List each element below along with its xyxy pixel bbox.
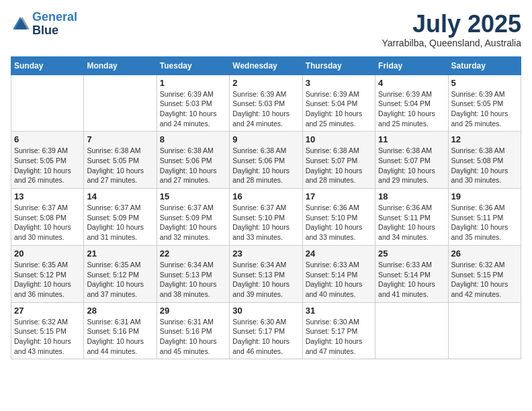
day-number: 21	[87, 248, 153, 259]
calendar-cell	[84, 75, 157, 132]
day-detail: Sunrise: 6:31 AMSunset: 5:16 PMDaylight:…	[160, 317, 226, 357]
day-number: 11	[378, 134, 445, 144]
calendar-cell: 11Sunrise: 6:38 AMSunset: 5:07 PMDayligh…	[375, 132, 448, 189]
calendar-cell: 12Sunrise: 6:38 AMSunset: 5:08 PMDayligh…	[448, 132, 521, 189]
column-header-tuesday: Tuesday	[157, 56, 229, 75]
logo-text: General Blue	[32, 11, 77, 38]
day-number: 8	[160, 134, 226, 144]
calendar-week-0: 1Sunrise: 6:39 AMSunset: 5:03 PMDaylight…	[11, 75, 521, 132]
calendar-week-3: 20Sunrise: 6:35 AMSunset: 5:12 PMDayligh…	[11, 245, 521, 302]
day-detail: Sunrise: 6:36 AMSunset: 5:10 PMDaylight:…	[306, 203, 372, 242]
location-subtitle: Yarrabilba, Queensland, Australia	[382, 38, 521, 48]
day-number: 24	[306, 248, 372, 259]
day-detail: Sunrise: 6:38 AMSunset: 5:06 PMDaylight:…	[232, 146, 299, 185]
day-number: 22	[160, 248, 226, 259]
day-detail: Sunrise: 6:35 AMSunset: 5:12 PMDaylight:…	[14, 260, 81, 300]
calendar-body: 1Sunrise: 6:39 AMSunset: 5:03 PMDaylight…	[11, 75, 521, 359]
day-detail: Sunrise: 6:38 AMSunset: 5:07 PMDaylight:…	[378, 146, 445, 185]
calendar-cell	[11, 75, 84, 132]
calendar-week-1: 6Sunrise: 6:39 AMSunset: 5:05 PMDaylight…	[11, 132, 521, 189]
day-detail: Sunrise: 6:38 AMSunset: 5:05 PMDaylight:…	[87, 146, 153, 185]
day-number: 9	[232, 134, 299, 144]
day-number: 12	[451, 134, 518, 144]
logo-icon	[11, 15, 30, 34]
day-detail: Sunrise: 6:37 AMSunset: 5:10 PMDaylight:…	[232, 203, 299, 242]
day-number: 7	[87, 134, 153, 144]
day-detail: Sunrise: 6:37 AMSunset: 5:09 PMDaylight:…	[87, 203, 153, 242]
calendar-cell: 31Sunrise: 6:30 AMSunset: 5:17 PMDayligh…	[302, 302, 375, 359]
day-number: 19	[451, 191, 518, 201]
calendar-cell: 19Sunrise: 6:36 AMSunset: 5:11 PMDayligh…	[448, 189, 521, 246]
day-detail: Sunrise: 6:35 AMSunset: 5:12 PMDaylight:…	[87, 260, 153, 300]
calendar-cell: 28Sunrise: 6:31 AMSunset: 5:16 PMDayligh…	[84, 302, 157, 359]
day-number: 29	[160, 306, 226, 316]
day-detail: Sunrise: 6:39 AMSunset: 5:04 PMDaylight:…	[378, 89, 445, 129]
calendar-cell: 17Sunrise: 6:36 AMSunset: 5:10 PMDayligh…	[302, 189, 375, 246]
day-number: 27	[14, 306, 81, 316]
month-year-title: July 2025	[382, 11, 521, 38]
day-detail: Sunrise: 6:39 AMSunset: 5:05 PMDaylight:…	[451, 89, 518, 129]
column-header-sunday: Sunday	[11, 56, 84, 75]
day-number: 6	[14, 134, 81, 144]
day-number: 31	[306, 306, 372, 316]
calendar-cell: 16Sunrise: 6:37 AMSunset: 5:10 PMDayligh…	[230, 189, 302, 246]
calendar-cell: 13Sunrise: 6:37 AMSunset: 5:08 PMDayligh…	[11, 189, 84, 246]
calendar-cell: 26Sunrise: 6:32 AMSunset: 5:15 PMDayligh…	[448, 245, 521, 302]
day-detail: Sunrise: 6:30 AMSunset: 5:17 PMDaylight:…	[232, 317, 299, 357]
day-number: 16	[232, 191, 299, 201]
calendar-cell: 29Sunrise: 6:31 AMSunset: 5:16 PMDayligh…	[157, 302, 229, 359]
logo: General Blue	[11, 11, 77, 38]
calendar-cell: 21Sunrise: 6:35 AMSunset: 5:12 PMDayligh…	[84, 245, 157, 302]
day-number: 23	[232, 248, 299, 259]
day-detail: Sunrise: 6:32 AMSunset: 5:15 PMDaylight:…	[14, 317, 81, 357]
day-number: 14	[87, 191, 153, 201]
calendar-cell: 6Sunrise: 6:39 AMSunset: 5:05 PMDaylight…	[11, 132, 84, 189]
day-number: 10	[306, 134, 372, 144]
day-detail: Sunrise: 6:37 AMSunset: 5:09 PMDaylight:…	[160, 203, 226, 242]
day-detail: Sunrise: 6:38 AMSunset: 5:08 PMDaylight:…	[451, 146, 518, 185]
day-number: 1	[160, 78, 226, 88]
calendar-cell	[448, 302, 521, 359]
day-detail: Sunrise: 6:33 AMSunset: 5:14 PMDaylight:…	[306, 260, 372, 300]
day-detail: Sunrise: 6:39 AMSunset: 5:04 PMDaylight:…	[306, 89, 372, 129]
calendar-cell: 10Sunrise: 6:38 AMSunset: 5:07 PMDayligh…	[302, 132, 375, 189]
calendar-cell: 23Sunrise: 6:34 AMSunset: 5:13 PMDayligh…	[230, 245, 302, 302]
calendar-cell: 15Sunrise: 6:37 AMSunset: 5:09 PMDayligh…	[157, 189, 229, 246]
calendar-cell	[375, 302, 448, 359]
calendar-cell: 9Sunrise: 6:38 AMSunset: 5:06 PMDaylight…	[230, 132, 302, 189]
calendar-cell: 27Sunrise: 6:32 AMSunset: 5:15 PMDayligh…	[11, 302, 84, 359]
calendar-cell: 20Sunrise: 6:35 AMSunset: 5:12 PMDayligh…	[11, 245, 84, 302]
day-detail: Sunrise: 6:38 AMSunset: 5:06 PMDaylight:…	[160, 146, 226, 185]
calendar-week-2: 13Sunrise: 6:37 AMSunset: 5:08 PMDayligh…	[11, 189, 521, 246]
day-number: 25	[378, 248, 445, 259]
day-number: 3	[306, 78, 372, 88]
day-number: 20	[14, 248, 81, 259]
calendar-cell: 4Sunrise: 6:39 AMSunset: 5:04 PMDaylight…	[375, 75, 448, 132]
day-number: 4	[378, 78, 445, 88]
calendar-cell: 22Sunrise: 6:34 AMSunset: 5:13 PMDayligh…	[157, 245, 229, 302]
day-detail: Sunrise: 6:36 AMSunset: 5:11 PMDaylight:…	[451, 203, 518, 242]
day-detail: Sunrise: 6:32 AMSunset: 5:15 PMDaylight:…	[451, 260, 518, 300]
column-header-friday: Friday	[375, 56, 448, 75]
column-header-thursday: Thursday	[302, 56, 375, 75]
day-number: 18	[378, 191, 445, 201]
calendar-cell: 7Sunrise: 6:38 AMSunset: 5:05 PMDaylight…	[84, 132, 157, 189]
calendar-cell: 24Sunrise: 6:33 AMSunset: 5:14 PMDayligh…	[302, 245, 375, 302]
calendar-cell: 8Sunrise: 6:38 AMSunset: 5:06 PMDaylight…	[157, 132, 229, 189]
calendar-cell: 5Sunrise: 6:39 AMSunset: 5:05 PMDaylight…	[448, 75, 521, 132]
day-detail: Sunrise: 6:37 AMSunset: 5:08 PMDaylight:…	[14, 203, 81, 242]
calendar-cell: 18Sunrise: 6:36 AMSunset: 5:11 PMDayligh…	[375, 189, 448, 246]
day-number: 15	[160, 191, 226, 201]
day-number: 5	[451, 78, 518, 88]
calendar-cell: 25Sunrise: 6:33 AMSunset: 5:14 PMDayligh…	[375, 245, 448, 302]
day-detail: Sunrise: 6:39 AMSunset: 5:05 PMDaylight:…	[14, 146, 81, 185]
day-number: 13	[14, 191, 81, 201]
day-detail: Sunrise: 6:30 AMSunset: 5:17 PMDaylight:…	[306, 317, 372, 357]
day-detail: Sunrise: 6:34 AMSunset: 5:13 PMDaylight:…	[160, 260, 226, 300]
column-header-monday: Monday	[84, 56, 157, 75]
column-header-wednesday: Wednesday	[230, 56, 302, 75]
calendar-header: SundayMondayTuesdayWednesdayThursdayFrid…	[11, 56, 521, 75]
calendar-cell: 14Sunrise: 6:37 AMSunset: 5:09 PMDayligh…	[84, 189, 157, 246]
day-number: 28	[87, 306, 153, 316]
calendar-table: SundayMondayTuesdayWednesdayThursdayFrid…	[11, 56, 521, 360]
